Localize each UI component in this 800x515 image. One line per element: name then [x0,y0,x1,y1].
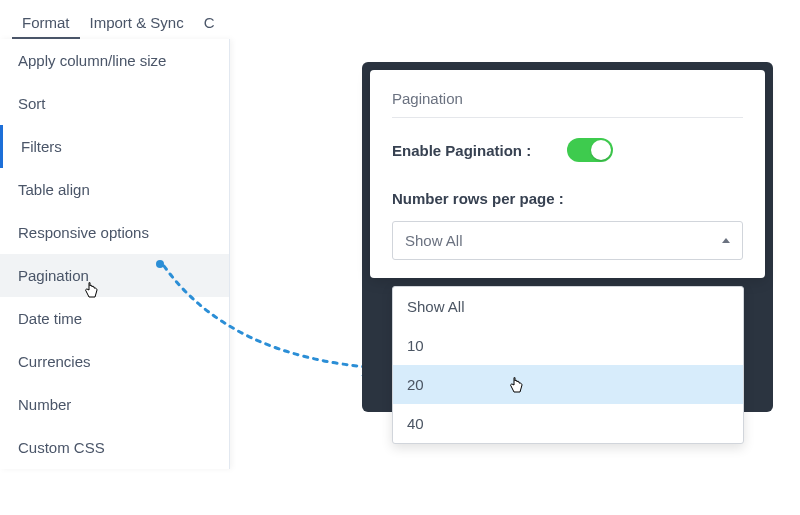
menu-table-align[interactable]: Table align [0,168,229,211]
rows-per-page-label: Number rows per page : [392,190,743,207]
cursor-pointer-icon [508,377,524,398]
pagination-panel: Pagination Enable Pagination : Number ro… [370,70,765,278]
rows-per-page-dropdown: Show All 10 20 40 [392,286,744,444]
tab-format[interactable]: Format [12,8,80,39]
menu-sort[interactable]: Sort [0,82,229,125]
menu-filters[interactable]: Filters [0,125,229,168]
select-value: Show All [405,232,463,249]
rows-per-page-select[interactable]: Show All [392,221,743,260]
dropdown-option-10[interactable]: 10 [393,326,743,365]
menu-responsive-options[interactable]: Responsive options [0,211,229,254]
enable-pagination-label: Enable Pagination : [392,142,531,159]
menu-apply-column-size[interactable]: Apply column/line size [0,39,229,82]
enable-pagination-row: Enable Pagination : [392,138,743,162]
menu-currencies[interactable]: Currencies [0,340,229,383]
tab-other[interactable]: C [194,8,225,39]
pagination-panel-wrap: Pagination Enable Pagination : Number ro… [370,70,765,278]
tabs-bar: Format Import & Sync C [0,0,800,39]
dropdown-option-40[interactable]: 40 [393,404,743,443]
enable-pagination-toggle[interactable] [567,138,613,162]
dropdown-option-label: 20 [407,376,424,393]
menu-pagination[interactable]: Pagination [0,254,229,297]
format-menu: Apply column/line size Sort Filters Tabl… [0,39,230,469]
menu-custom-css[interactable]: Custom CSS [0,426,229,469]
dropdown-option-show-all[interactable]: Show All [393,287,743,326]
panel-title: Pagination [392,90,743,107]
menu-date-time[interactable]: Date time [0,297,229,340]
dropdown-option-20[interactable]: 20 [393,365,743,404]
menu-number[interactable]: Number [0,383,229,426]
menu-item-label: Pagination [18,267,89,284]
toggle-knob [591,140,611,160]
panel-divider [392,117,743,118]
tab-import-sync[interactable]: Import & Sync [80,8,194,39]
chevron-up-icon [722,238,730,243]
